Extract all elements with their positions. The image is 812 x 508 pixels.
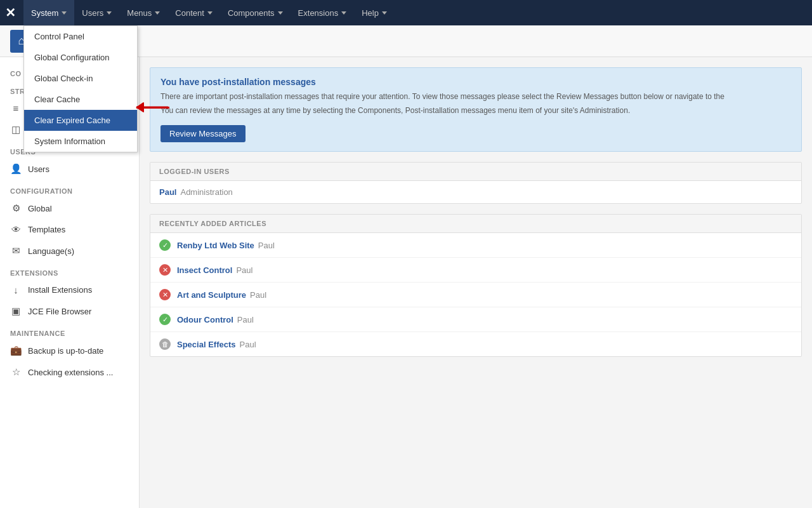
global-icon: ⚙ bbox=[10, 203, 22, 214]
logged-user-role: Administration bbox=[180, 187, 232, 197]
review-messages-button[interactable]: Review Messages bbox=[160, 125, 246, 142]
templates-icon: 👁 bbox=[10, 224, 22, 235]
sidebar-item-users-label: Users bbox=[28, 164, 49, 174]
sidebar-item-jce-label: JCE File Browser bbox=[28, 307, 91, 316]
sidebar-item-checking-label: Checking extensions ... bbox=[28, 368, 113, 377]
article-author-1: Paul bbox=[236, 265, 252, 275]
main-content: You have post-installation messages Ther… bbox=[140, 57, 812, 508]
article-link-4[interactable]: Special Effects bbox=[177, 340, 236, 349]
post-install-desc1: There are important post-installation me… bbox=[160, 91, 791, 102]
system-nav-item[interactable]: System bbox=[23, 0, 74, 25]
post-install-desc2: You can review the messages at any time … bbox=[160, 105, 791, 116]
top-navbar: ✕ System Control Panel Global Configurat… bbox=[0, 0, 812, 25]
jce-icon: ▣ bbox=[10, 305, 22, 317]
article-author-0: Paul bbox=[258, 241, 275, 250]
system-caret-icon bbox=[62, 11, 67, 15]
menus-caret-icon bbox=[155, 11, 160, 15]
system-menu[interactable]: System Control Panel Global Configuratio… bbox=[23, 0, 74, 25]
sidebar-item-jce-file-browser[interactable]: ▣ JCE File Browser bbox=[0, 300, 139, 322]
status-check-icon-3: ✓ bbox=[159, 314, 171, 325]
article-row-0: ✓ Renby Ltd Web Site Paul bbox=[150, 233, 801, 258]
article-row-3: ✓ Odour Control Paul bbox=[150, 307, 801, 332]
dropdown-global-checkin[interactable]: Global Check-in bbox=[24, 68, 137, 89]
modules-icon: ◫ bbox=[10, 124, 22, 135]
dropdown-clear-cache[interactable]: Clear Cache bbox=[24, 89, 137, 110]
status-check-icon-0: ✓ bbox=[159, 239, 171, 251]
users-caret-icon bbox=[107, 11, 112, 15]
users-icon: 👤 bbox=[10, 163, 22, 175]
logged-user-row: Paul Administration bbox=[150, 181, 801, 203]
logged-user-name: Paul bbox=[159, 187, 176, 197]
article-author-3: Paul bbox=[237, 315, 254, 324]
article-author-4: Paul bbox=[240, 340, 256, 349]
dropdown-clear-expired-cache[interactable]: Clear Expired Cache bbox=[24, 110, 137, 131]
joomla-logo[interactable]: ✕ bbox=[5, 5, 16, 20]
system-dropdown: Control Panel Global Configuration Globa… bbox=[23, 25, 138, 152]
article-row-1: ✕ Insect Control Paul bbox=[150, 258, 801, 283]
languages-icon: ✉ bbox=[10, 245, 22, 257]
arrow-indicator bbox=[136, 100, 174, 115]
content-nav-item[interactable]: Content bbox=[167, 0, 220, 25]
sidebar-item-languages[interactable]: ✉ Language(s) bbox=[0, 240, 139, 262]
sidebar-item-global-label: Global bbox=[28, 204, 52, 213]
sidebar-maintenance-section: MAINTENANCE bbox=[0, 322, 139, 340]
article-author-2: Paul bbox=[250, 290, 266, 300]
menus-nav-item[interactable]: Menus bbox=[119, 0, 167, 25]
sidebar-item-templates[interactable]: 👁 Templates bbox=[0, 219, 139, 240]
components-nav-item[interactable]: Components bbox=[220, 0, 291, 25]
logged-in-users-header: LOGGED-IN USERS bbox=[150, 163, 801, 181]
status-trash-icon-4: 🗑 bbox=[159, 338, 171, 350]
checking-icon: ☆ bbox=[10, 366, 22, 378]
help-caret-icon bbox=[382, 11, 387, 15]
recently-added-panel: RECENTLY ADDED ARTICLES ✓ Renby Ltd Web … bbox=[150, 214, 802, 357]
sidebar-item-install-extensions[interactable]: ↓ Install Extensions bbox=[0, 279, 139, 300]
sidebar-item-templates-label: Templates bbox=[28, 225, 65, 234]
article-link-0[interactable]: Renby Ltd Web Site bbox=[177, 241, 254, 250]
article-link-2[interactable]: Art and Sculpture bbox=[177, 290, 246, 300]
extensions-nav-item[interactable]: Extensions bbox=[291, 0, 355, 25]
sidebar-item-install-label: Install Extensions bbox=[28, 285, 92, 295]
recently-added-header: RECENTLY ADDED ARTICLES bbox=[150, 215, 801, 233]
extensions-caret-icon bbox=[341, 11, 346, 15]
content-caret-icon bbox=[207, 11, 213, 15]
install-icon: ↓ bbox=[10, 284, 22, 295]
menus-icon: ≡ bbox=[10, 103, 22, 114]
post-install-title: You have post-installation messages bbox=[160, 77, 791, 87]
post-install-banner: You have post-installation messages Ther… bbox=[150, 67, 802, 152]
dropdown-control-panel[interactable]: Control Panel bbox=[24, 26, 137, 47]
sidebar-item-global[interactable]: ⚙ Global bbox=[0, 197, 139, 219]
status-x-icon-2: ✕ bbox=[159, 289, 171, 300]
status-x-icon-1: ✕ bbox=[159, 264, 171, 276]
dropdown-system-info[interactable]: System Information bbox=[24, 131, 137, 152]
users-nav-item[interactable]: Users bbox=[74, 0, 119, 25]
backup-icon: 💼 bbox=[10, 345, 22, 356]
article-link-1[interactable]: Insect Control bbox=[177, 265, 232, 275]
components-caret-icon bbox=[278, 11, 283, 15]
sidebar-configuration-section: CONFIGURATION bbox=[0, 180, 139, 197]
sidebar-item-languages-label: Language(s) bbox=[28, 246, 74, 256]
sidebar-item-users[interactable]: 👤 Users bbox=[0, 158, 139, 180]
help-nav-item[interactable]: Help bbox=[354, 0, 395, 25]
sidebar-item-backup[interactable]: 💼 Backup is up-to-date bbox=[0, 340, 139, 361]
dropdown-global-config[interactable]: Global Configuration bbox=[24, 47, 137, 68]
sidebar-item-checking-extensions[interactable]: ☆ Checking extensions ... bbox=[0, 361, 139, 383]
logged-in-users-panel: LOGGED-IN USERS Paul Administration bbox=[150, 162, 802, 204]
article-row-2: ✕ Art and Sculpture Paul bbox=[150, 283, 801, 307]
sidebar-item-backup-label: Backup is up-to-date bbox=[28, 346, 103, 356]
sidebar-extensions-section: EXTENSIONS bbox=[0, 262, 139, 279]
article-link-3[interactable]: Odour Control bbox=[177, 315, 233, 324]
article-row-4: 🗑 Special Effects Paul bbox=[150, 332, 801, 356]
